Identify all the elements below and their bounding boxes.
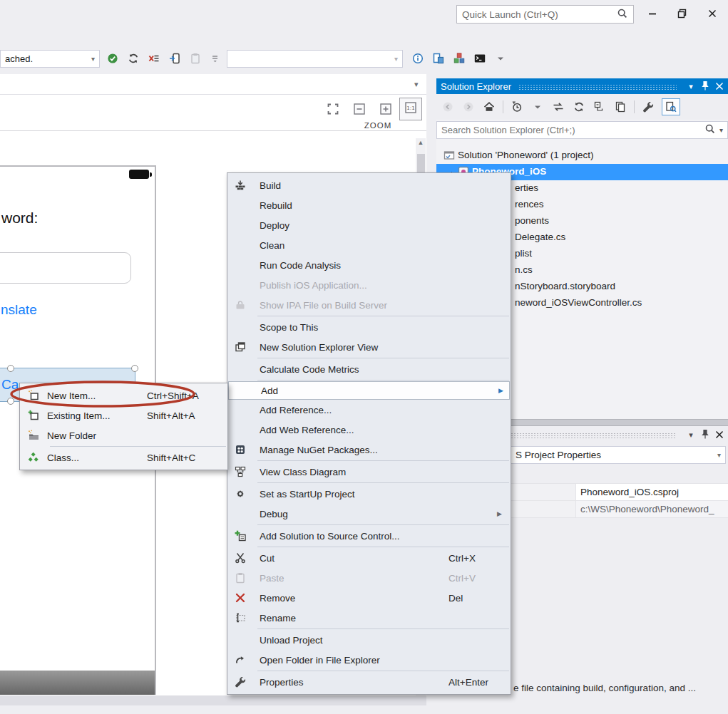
chevron-down-icon[interactable]: [493, 51, 508, 66]
toolbar-combobox[interactable]: ▾: [227, 50, 403, 68]
close-icon[interactable]: [712, 80, 727, 93]
menu-item-unload-project[interactable]: Unload Project: [227, 630, 511, 650]
tree-item-label: Solution 'Phoneword' (1 project): [458, 150, 594, 160]
menu-item-label: New Item...: [47, 390, 96, 401]
chevron-down-icon[interactable]: ▾: [719, 126, 723, 134]
preview-selected-button[interactable]: [662, 98, 680, 115]
show-all-files-icon[interactable]: [613, 100, 627, 114]
solution-explorer-search[interactable]: Search Solution Explorer (Ctrl+;) ▾: [436, 121, 728, 139]
menu-item-new-folder[interactable]: New Folder: [20, 425, 227, 445]
tree-item-label: Delegate.cs: [515, 232, 565, 242]
chevron-down-icon[interactable]: ▾: [684, 80, 698, 93]
pending-changes-icon[interactable]: [510, 100, 524, 114]
overflow-chevron-icon[interactable]: ▾: [414, 80, 419, 89]
menu-item-debug[interactable]: Debug▶: [227, 504, 511, 524]
search-icon[interactable]: [617, 8, 628, 21]
toolbar-overflow-icon[interactable]: [209, 51, 223, 66]
panel-title: Solution Explorer: [441, 81, 511, 92]
menu-item-add-web-reference[interactable]: Add Web Reference...: [227, 420, 511, 440]
minimize-button[interactable]: [640, 4, 665, 23]
debug-target-combobox[interactable]: ached. ▾: [0, 50, 100, 68]
build-icon: [232, 180, 248, 191]
phone-number-textfield[interactable]: [0, 252, 131, 284]
selection-handle[interactable]: [7, 365, 14, 372]
pin-icon[interactable]: [698, 428, 712, 441]
chevron-down-icon[interactable]: ▾: [684, 428, 698, 441]
menu-item-add-solution-to-source-control[interactable]: Add Solution to Source Control...: [227, 526, 511, 546]
menu-separator: [257, 358, 509, 358]
solution-explorer-toolbar: [436, 94, 728, 120]
chevron-down-icon[interactable]: ▾: [717, 451, 725, 459]
menu-item-build[interactable]: Build: [227, 175, 511, 195]
translate-button-fragment[interactable]: nslate: [1, 302, 37, 318]
quick-launch-box[interactable]: Quick Launch (Ctrl+Q): [456, 5, 634, 24]
menu-item-label: Deploy: [260, 220, 289, 231]
collapse-all-icon[interactable]: [593, 100, 607, 114]
paste-disabled-icon[interactable]: [188, 51, 202, 66]
close-icon[interactable]: [712, 428, 727, 441]
selection-handle[interactable]: [7, 398, 14, 405]
menu-item-existing-item[interactable]: Existing Item...Shift+Alt+A: [20, 405, 227, 425]
home-icon[interactable]: [482, 100, 496, 114]
nav-forward-icon[interactable]: [461, 100, 476, 114]
selection-handle[interactable]: [131, 365, 138, 372]
devices-icon[interactable]: [431, 51, 446, 66]
pin-icon[interactable]: [698, 80, 712, 93]
nav-back-icon[interactable]: [441, 100, 455, 114]
sync-arrows-icon[interactable]: [126, 51, 140, 66]
restore-button[interactable]: [670, 4, 694, 23]
solution-explorer-titlebar[interactable]: Solution Explorer ▾: [436, 78, 728, 94]
actual-size-button[interactable]: 1:1: [399, 98, 422, 120]
menu-item-shortcut: Ctrl+V: [448, 573, 476, 584]
zoom-in-button[interactable]: [377, 100, 394, 118]
run-check-icon[interactable]: [106, 51, 120, 66]
menu-item-class[interactable]: Class...Shift+Alt+C: [20, 447, 227, 467]
refresh-icon[interactable]: [572, 100, 586, 114]
menu-item-deploy[interactable]: Deploy: [227, 215, 511, 235]
zoom-out-button[interactable]: [351, 100, 368, 118]
horizontal-scrollbar[interactable]: [0, 695, 426, 705]
menu-item-clean[interactable]: Clean: [227, 235, 511, 255]
property-value[interactable]: c:\WS\Phoneword\Phoneword_: [576, 501, 728, 517]
menu-item-cut[interactable]: CutCtrl+X: [227, 548, 511, 568]
deploy-device-icon[interactable]: [168, 51, 182, 66]
new-folder-icon: [26, 430, 41, 441]
class-icon: [26, 452, 41, 463]
menu-item-rename[interactable]: Rename: [227, 608, 511, 628]
menu-separator: [257, 460, 509, 461]
menu-item-label: New Folder: [47, 430, 96, 441]
chevron-down-icon[interactable]: ▾: [91, 55, 95, 63]
menu-item-scope-to-this[interactable]: Scope to This: [227, 317, 511, 337]
menu-item-rebuild[interactable]: Rebuild: [227, 195, 511, 215]
menu-item-publish-ios-application: Publish iOS Application...: [227, 275, 511, 295]
chevron-down-icon[interactable]: [530, 100, 545, 114]
menu-item-manage-nuget-packages[interactable]: Manage NuGet Packages...: [227, 440, 511, 460]
property-value[interactable]: Phoneword_iOS.csproj: [576, 484, 728, 500]
menu-item-set-as-startup-project[interactable]: Set as StartUp Project: [227, 484, 511, 504]
chevron-down-icon[interactable]: ▾: [394, 55, 398, 63]
property-description-fragment: e file containing build, configuration, …: [513, 683, 696, 693]
fit-page-button[interactable]: [324, 100, 342, 118]
scroll-up-arrow[interactable]: ▲: [416, 139, 426, 146]
search-icon[interactable]: [704, 123, 716, 137]
menu-item-add[interactable]: Add▶: [228, 381, 510, 400]
solution-icon: [444, 150, 455, 163]
components-cubes-icon[interactable]: [452, 51, 466, 66]
menu-item-new-solution-explorer-view[interactable]: New Solution Explorer View: [227, 337, 511, 357]
menu-item-new-item[interactable]: New Item...Ctrl+Shift+A: [20, 386, 227, 405]
menu-item-view-class-diagram[interactable]: View Class Diagram: [227, 462, 511, 482]
menu-item-add-reference[interactable]: Add Reference...: [227, 400, 511, 420]
menu-item-properties[interactable]: PropertiesAlt+Enter: [227, 672, 511, 692]
menu-item-calculate-code-metrics[interactable]: Calculate Code Metrics: [227, 359, 511, 379]
menu-item-label: Set as StartUp Project: [260, 489, 355, 500]
cancel-sync-icon[interactable]: [147, 51, 161, 66]
menu-item-open-folder-in-file-explorer[interactable]: Open Folder in File Explorer: [227, 650, 511, 670]
console-icon[interactable]: [473, 51, 487, 66]
wrench-icon[interactable]: [641, 100, 655, 114]
sync-document-icon[interactable]: [551, 100, 565, 114]
menu-item-remove[interactable]: RemoveDel: [227, 588, 511, 608]
menu-item-run-code-analysis[interactable]: Run Code Analysis: [227, 255, 511, 275]
tree-item-solution-phoneword-1-project[interactable]: Solution 'Phoneword' (1 project): [436, 148, 728, 164]
info-icon[interactable]: [411, 51, 425, 66]
close-button[interactable]: [700, 4, 724, 23]
